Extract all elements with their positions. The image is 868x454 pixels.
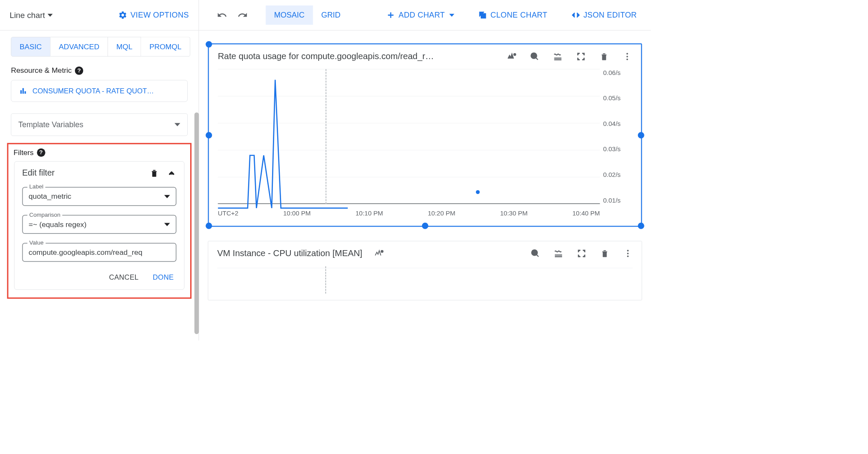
clone-chart-button[interactable]: CLONE CHART bbox=[478, 11, 547, 20]
zoom-reset-icon[interactable] bbox=[530, 248, 540, 258]
json-editor-button[interactable]: JSON EDITOR bbox=[571, 11, 637, 20]
layout-mosaic-button[interactable]: MOSAIC bbox=[266, 6, 313, 25]
x-tick: 10:40 PM bbox=[572, 209, 600, 217]
comparison-field-value: =~ (equals regex) bbox=[29, 220, 161, 229]
gear-icon bbox=[118, 11, 127, 20]
delete-icon[interactable] bbox=[150, 168, 159, 178]
x-tick: 10:30 PM bbox=[500, 209, 527, 217]
view-options-label: VIEW OPTIONS bbox=[130, 11, 189, 20]
filter-label-dropdown[interactable]: Label quota_metric bbox=[22, 187, 177, 206]
chart-card-selected[interactable]: Rate quota usage for compute.googleapis.… bbox=[208, 43, 642, 227]
svg-rect-1 bbox=[22, 88, 24, 94]
more-icon[interactable] bbox=[623, 51, 632, 61]
scrollbar[interactable] bbox=[195, 113, 199, 335]
y-tick: 0.03/s bbox=[603, 146, 632, 153]
sidebar-top-bar: Line chart VIEW OPTIONS bbox=[0, 0, 199, 30]
filters-label: Filters bbox=[14, 148, 34, 157]
caret-down-icon bbox=[164, 223, 170, 226]
config-sidebar: Line chart VIEW OPTIONS BASIC ADVANCED M… bbox=[0, 0, 199, 340]
zoom-reset-icon[interactable] bbox=[530, 51, 540, 61]
more-icon[interactable] bbox=[623, 248, 633, 258]
done-button[interactable]: DONE bbox=[153, 273, 174, 282]
svg-point-8 bbox=[626, 58, 628, 60]
svg-point-13 bbox=[627, 255, 629, 257]
svg-point-7 bbox=[626, 56, 628, 57]
label-field-value: quota_metric bbox=[29, 192, 161, 201]
main-panel: MOSAIC GRID ADD CHART CLONE CHART JSON E… bbox=[199, 0, 651, 340]
resize-handle-w[interactable] bbox=[206, 132, 212, 138]
resize-handle-sw[interactable] bbox=[206, 223, 212, 229]
resize-handle-se[interactable] bbox=[638, 223, 644, 229]
x-tick: UTC+2 bbox=[218, 209, 239, 217]
edit-filter-title: Edit filter bbox=[22, 168, 55, 178]
chart-canvas: Rate quota usage for compute.googleapis.… bbox=[199, 30, 651, 327]
resource-metric-label: Resource & Metric bbox=[11, 66, 72, 75]
chart-title: VM Instance - CPU utilization [MEAN] bbox=[217, 248, 362, 258]
comparison-field-label: Comparison bbox=[27, 212, 63, 218]
x-tick: 10:20 PM bbox=[428, 209, 455, 217]
resource-metric-header: Resource & Metric ? bbox=[0, 57, 199, 80]
legend-icon[interactable] bbox=[553, 51, 563, 61]
resize-handle-nw[interactable] bbox=[206, 41, 212, 48]
clone-icon bbox=[478, 11, 487, 20]
label-field-label: Label bbox=[27, 183, 45, 190]
chevron-up-icon[interactable] bbox=[167, 168, 177, 178]
chart-card[interactable]: VM Instance - CPU utilization [MEAN] bbox=[208, 241, 642, 301]
tab-promql[interactable]: PROMQL bbox=[141, 37, 190, 57]
help-icon[interactable]: ? bbox=[37, 148, 45, 157]
value-field-value: compute.googleapis.com/read_req bbox=[29, 248, 170, 257]
y-tick: 0.01/s bbox=[603, 197, 632, 204]
main-toolbar: MOSAIC GRID ADD CHART CLONE CHART JSON E… bbox=[199, 0, 651, 30]
edit-filter-card: Edit filter Label quota_metric Compariso… bbox=[14, 161, 185, 290]
add-chart-label: ADD CHART bbox=[398, 11, 445, 20]
plus-icon bbox=[386, 11, 395, 20]
fullscreen-icon[interactable] bbox=[577, 248, 587, 258]
y-tick: 0.05/s bbox=[603, 95, 632, 102]
metric-selector[interactable]: CONSUMER QUOTA - RATE QUOT… bbox=[11, 80, 188, 102]
chart-type-label: Line chart bbox=[10, 10, 45, 20]
svg-rect-2 bbox=[24, 91, 26, 94]
caret-down-icon bbox=[48, 14, 53, 17]
chart-action-icons bbox=[507, 51, 632, 61]
tab-basic[interactable]: BASIC bbox=[11, 37, 51, 57]
filter-comparison-dropdown[interactable]: Comparison =~ (equals regex) bbox=[22, 215, 177, 234]
add-chart-button[interactable]: ADD CHART bbox=[386, 11, 455, 20]
redo-icon[interactable] bbox=[237, 10, 248, 20]
tab-mql[interactable]: MQL bbox=[108, 37, 141, 57]
chart-type-dropdown[interactable]: Line chart bbox=[10, 10, 53, 20]
data-series-line bbox=[218, 69, 600, 230]
tab-advanced[interactable]: ADVANCED bbox=[51, 37, 108, 57]
delete-icon[interactable] bbox=[600, 248, 610, 258]
help-icon[interactable]: ? bbox=[75, 66, 84, 75]
fullscreen-icon[interactable] bbox=[576, 51, 586, 61]
y-tick: 0.06/s bbox=[603, 69, 632, 76]
code-icon bbox=[571, 11, 580, 20]
chart-header: VM Instance - CPU utilization [MEAN] bbox=[217, 248, 633, 258]
resize-handle-e[interactable] bbox=[638, 132, 644, 138]
filter-action-buttons: CANCEL DONE bbox=[22, 273, 177, 282]
edit-filter-header: Edit filter bbox=[22, 168, 177, 178]
value-field-label: Value bbox=[27, 239, 46, 246]
chart-action-icons bbox=[530, 248, 633, 258]
svg-rect-0 bbox=[21, 90, 22, 94]
legend-icon[interactable] bbox=[554, 248, 563, 258]
chart-title: Rate quota usage for compute.googleapis.… bbox=[218, 51, 434, 61]
view-options-button[interactable]: VIEW OPTIONS bbox=[118, 11, 189, 20]
time-cursor[interactable] bbox=[325, 266, 326, 294]
template-variables-label: Template Variables bbox=[18, 120, 84, 129]
cancel-button[interactable]: CANCEL bbox=[109, 273, 138, 282]
svg-point-12 bbox=[627, 253, 629, 254]
filters-section-highlighted: Filters ? Edit filter Label quota_metric… bbox=[7, 143, 192, 299]
x-tick: 10:10 PM bbox=[356, 209, 383, 217]
anomaly-icon[interactable] bbox=[374, 248, 384, 258]
plot-area[interactable]: 0.06/s 0.05/s 0.04/s 0.03/s 0.02/s 0.01/… bbox=[218, 69, 632, 217]
anomaly-icon[interactable] bbox=[507, 51, 517, 61]
undo-icon[interactable] bbox=[217, 10, 227, 20]
filters-header: Filters ? bbox=[12, 147, 187, 157]
filter-value-input[interactable]: Value compute.googleapis.com/read_req bbox=[22, 243, 177, 262]
delete-icon[interactable] bbox=[599, 51, 609, 61]
bar-chart-icon bbox=[19, 87, 27, 96]
layout-grid-button[interactable]: GRID bbox=[313, 6, 349, 25]
template-variables-dropdown[interactable]: Template Variables bbox=[11, 114, 188, 136]
svg-point-11 bbox=[627, 250, 629, 251]
